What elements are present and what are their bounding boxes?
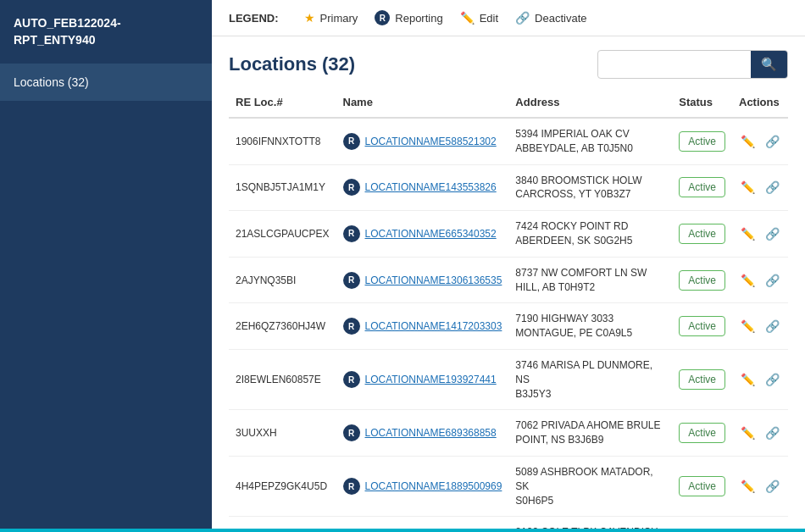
name-cell: R LOCATIONNAME1417203303 bbox=[336, 303, 509, 350]
name-cell: R LOCATIONNAME665340352 bbox=[336, 211, 509, 258]
address-cell: 7424 ROCKY POINT RDABERDEEN, SK S0G2H5 bbox=[508, 211, 672, 258]
legend-items: ★ Primary R Reporting ✏️ Edit 🔗 Deactiva… bbox=[304, 10, 587, 25]
loc-id-cell: 2AJYNQ35BI bbox=[229, 257, 336, 303]
legend-reporting: R Reporting bbox=[375, 10, 442, 25]
locations-table: RE Loc.# Name Address Status Actions 190… bbox=[229, 87, 788, 532]
edit-button[interactable]: ✏️ bbox=[739, 179, 757, 196]
r-badge-icon: R bbox=[343, 272, 360, 289]
address-cell: 5394 IMPERIAL OAK CVABBEYDALE, AB T0J5N0 bbox=[508, 118, 672, 164]
actions-cell: ✏️ 🔗 bbox=[732, 303, 788, 350]
deactivate-button[interactable]: 🔗 bbox=[763, 424, 781, 441]
r-badge-icon: R bbox=[343, 133, 360, 150]
status-cell: Active bbox=[672, 303, 732, 350]
edit-button[interactable]: ✏️ bbox=[739, 133, 757, 150]
location-link[interactable]: LOCATIONNAME689368858 bbox=[365, 427, 497, 439]
actions-cell: ✏️ 🔗 bbox=[732, 164, 788, 211]
legend-bar: LEGEND: ★ Primary R Reporting ✏️ Edit 🔗 … bbox=[212, 0, 805, 36]
status-cell: Active bbox=[672, 456, 732, 516]
col-header-actions: Actions bbox=[732, 87, 788, 118]
location-link[interactable]: LOCATIONNAME1889500969 bbox=[365, 480, 502, 492]
col-header-reloc: RE Loc.# bbox=[229, 87, 336, 118]
deactivate-button[interactable]: 🔗 bbox=[763, 133, 781, 150]
col-header-status: Status bbox=[672, 87, 732, 118]
loc-id-cell: 2I8EWLEN60857E bbox=[229, 349, 336, 409]
loc-id-cell: 1SQNBJ5TJA1M1Y bbox=[229, 164, 336, 211]
col-header-name: Name bbox=[336, 87, 509, 118]
link-break-icon: 🔗 bbox=[515, 11, 530, 25]
status-badge: Active bbox=[679, 224, 725, 244]
r-badge-icon: R bbox=[343, 478, 360, 495]
location-link[interactable]: LOCATIONNAME665340352 bbox=[365, 228, 497, 240]
legend-reporting-label: Reporting bbox=[395, 12, 442, 25]
sidebar: AUTO_FEB122024-RPT_ENTY940 Locations (32… bbox=[0, 0, 212, 532]
loc-id-cell: 4H4PEPZ9GK4U5D bbox=[229, 456, 336, 516]
actions-cell: ✏️ 🔗 bbox=[732, 349, 788, 409]
actions-cell: ✏️ 🔗 bbox=[732, 456, 788, 516]
edit-button[interactable]: ✏️ bbox=[739, 318, 757, 335]
name-cell: R LOCATIONNAME1306136535 bbox=[336, 257, 509, 303]
edit-button[interactable]: ✏️ bbox=[739, 225, 757, 242]
r-badge-icon: R bbox=[343, 318, 360, 335]
legend-edit-label: Edit bbox=[480, 12, 498, 25]
r-badge-icon: R bbox=[343, 371, 360, 388]
sidebar-item-locations[interactable]: Locations (32) bbox=[0, 64, 212, 101]
address-cell: 3840 BROOMSTICK HOLWCARCROSS, YT Y0B3Z7 bbox=[508, 164, 672, 211]
deactivate-button[interactable]: 🔗 bbox=[763, 272, 781, 289]
deactivate-button[interactable]: 🔗 bbox=[763, 478, 781, 495]
table-row: 2AJYNQ35BI R LOCATIONNAME1306136535 8737… bbox=[229, 257, 788, 303]
actions-cell: ✏️ 🔗 bbox=[732, 410, 788, 457]
loc-id-cell: 2EH6QZ7360HJ4W bbox=[229, 303, 336, 350]
deactivate-button[interactable]: 🔗 bbox=[763, 179, 781, 196]
edit-button[interactable]: ✏️ bbox=[739, 371, 757, 388]
status-cell: Active bbox=[672, 211, 732, 258]
legend-deactivate: 🔗 Deactivate bbox=[515, 11, 586, 25]
edit-button[interactable]: ✏️ bbox=[739, 424, 757, 441]
status-cell: Active bbox=[672, 164, 732, 211]
main-content: LEGEND: ★ Primary R Reporting ✏️ Edit 🔗 … bbox=[212, 0, 805, 532]
status-badge: Active bbox=[679, 177, 725, 197]
r-badge-icon: R bbox=[343, 424, 360, 441]
star-icon: ★ bbox=[304, 11, 315, 25]
deactivate-button[interactable]: 🔗 bbox=[763, 371, 781, 388]
status-cell: Active bbox=[672, 410, 732, 457]
address-cell: 3746 MARISA PL DUNMORE, NSB3J5Y3 bbox=[508, 349, 672, 409]
status-badge: Active bbox=[679, 476, 725, 496]
status-badge: Active bbox=[679, 131, 725, 152]
table-row: 1SQNBJ5TJA1M1Y R LOCATIONNAME143553826 3… bbox=[229, 164, 788, 211]
pencil-icon: ✏️ bbox=[460, 11, 475, 25]
table-row: 21ASLCGPAUCPEX R LOCATIONNAME665340352 7… bbox=[229, 211, 788, 258]
legend-edit: ✏️ Edit bbox=[460, 11, 498, 25]
loc-id-cell: 21ASLCGPAUCPEX bbox=[229, 211, 336, 258]
name-cell: R LOCATIONNAME193927441 bbox=[336, 349, 509, 409]
r-badge-icon: R bbox=[343, 225, 360, 242]
table-header-row: RE Loc.# Name Address Status Actions bbox=[229, 87, 788, 118]
status-badge: Active bbox=[679, 369, 725, 390]
location-link[interactable]: LOCATIONNAME143553826 bbox=[365, 181, 497, 193]
name-cell: R LOCATIONNAME1889500969 bbox=[336, 456, 509, 516]
table-row: 1906IFNNXTOTT8 R LOCATIONNAME588521302 5… bbox=[229, 118, 788, 164]
reporting-badge-icon: R bbox=[375, 10, 390, 25]
legend-primary-label: Primary bbox=[320, 12, 358, 25]
edit-button[interactable]: ✏️ bbox=[739, 478, 757, 495]
address-cell: 8737 NW COMFORT LN SWHILL, AB T0H9T2 bbox=[508, 257, 672, 303]
status-badge: Active bbox=[679, 316, 725, 336]
actions-cell: ✏️ 🔗 bbox=[732, 211, 788, 258]
address-cell: 7062 PRIVADA AHOME BRULEPOINT, NS B3J6B9 bbox=[508, 410, 672, 457]
r-badge-icon: R bbox=[343, 179, 360, 196]
search-button[interactable]: 🔍 bbox=[751, 51, 787, 78]
sidebar-title: AUTO_FEB122024-RPT_ENTY940 bbox=[0, 0, 212, 64]
table-row: 2EH6QZ7360HJ4W R LOCATIONNAME1417203303 … bbox=[229, 303, 788, 350]
legend-primary: ★ Primary bbox=[304, 11, 358, 25]
col-header-address: Address bbox=[508, 87, 672, 118]
bottom-bar bbox=[0, 529, 805, 532]
loc-id-cell: 1906IFNNXTOTT8 bbox=[229, 118, 336, 164]
location-link[interactable]: LOCATIONNAME193927441 bbox=[365, 374, 497, 385]
address-cell: 5089 ASHBROOK MATADOR, SKS0H6P5 bbox=[508, 456, 672, 516]
deactivate-button[interactable]: 🔗 bbox=[763, 318, 781, 335]
search-input[interactable] bbox=[598, 53, 751, 76]
location-link[interactable]: LOCATIONNAME1306136535 bbox=[365, 274, 502, 286]
edit-button[interactable]: ✏️ bbox=[739, 272, 757, 289]
deactivate-button[interactable]: 🔗 bbox=[763, 225, 781, 242]
location-link[interactable]: LOCATIONNAME1417203303 bbox=[365, 320, 502, 332]
location-link[interactable]: LOCATIONNAME588521302 bbox=[365, 136, 497, 147]
